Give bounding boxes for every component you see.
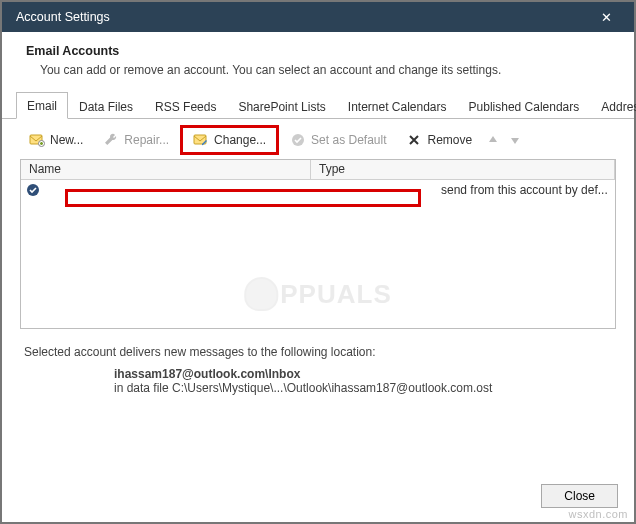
check-circle-icon xyxy=(290,132,306,148)
repair-button-label: Repair... xyxy=(124,133,169,147)
tab-email[interactable]: Email xyxy=(16,92,68,119)
tab-address-books[interactable]: Address Books xyxy=(590,93,636,119)
page-subtitle: You can add or remove an account. You ca… xyxy=(40,63,614,77)
tab-data-files[interactable]: Data Files xyxy=(68,93,144,119)
tab-sharepoint-lists[interactable]: SharePoint Lists xyxy=(227,93,336,119)
tab-rss-feeds[interactable]: RSS Feeds xyxy=(144,93,227,119)
delivery-folder: ihassam187@outlook.com\Inbox xyxy=(114,367,612,381)
mail-new-icon xyxy=(29,132,45,148)
account-name-redacted xyxy=(65,189,421,207)
column-header-name[interactable]: Name xyxy=(21,160,311,179)
window-close-button[interactable]: ✕ xyxy=(586,2,626,32)
page-title: Email Accounts xyxy=(26,44,614,58)
accounts-list: Name Type send from this account by def.… xyxy=(20,159,616,329)
tab-published-calendars[interactable]: Published Calendars xyxy=(458,93,591,119)
move-up-icon xyxy=(485,132,501,148)
tab-strip: Email Data Files RSS Feeds SharePoint Li… xyxy=(2,91,634,119)
new-button[interactable]: New... xyxy=(22,127,90,153)
move-down-icon xyxy=(507,132,523,148)
tab-internet-calendars[interactable]: Internet Calendars xyxy=(337,93,458,119)
change-button-label: Change... xyxy=(214,133,266,147)
set-default-button: Set as Default xyxy=(283,127,393,153)
wrench-icon xyxy=(103,132,119,148)
delivery-path: in data file C:\Users\Mystique\...\Outlo… xyxy=(114,381,612,395)
new-button-label: New... xyxy=(50,133,83,147)
account-row[interactable]: send from this account by def... xyxy=(21,180,615,200)
toolbar: New... Repair... Change... Set as Defa xyxy=(2,119,634,159)
repair-button: Repair... xyxy=(96,127,176,153)
delivery-location-label: Selected account delivers new messages t… xyxy=(24,345,612,359)
remove-button-label: Remove xyxy=(427,133,472,147)
window-title: Account Settings xyxy=(16,10,110,24)
account-type-text: send from this account by def... xyxy=(441,183,608,197)
default-check-icon xyxy=(25,182,41,198)
column-header-type[interactable]: Type xyxy=(311,160,615,179)
mail-change-icon xyxy=(193,132,209,148)
set-default-button-label: Set as Default xyxy=(311,133,386,147)
change-button[interactable]: Change... xyxy=(182,127,277,153)
delete-icon xyxy=(406,132,422,148)
close-button[interactable]: Close xyxy=(541,484,618,508)
close-icon: ✕ xyxy=(601,10,612,25)
remove-button[interactable]: Remove xyxy=(399,127,479,153)
watermark-site: wsxdn.com xyxy=(568,508,628,520)
